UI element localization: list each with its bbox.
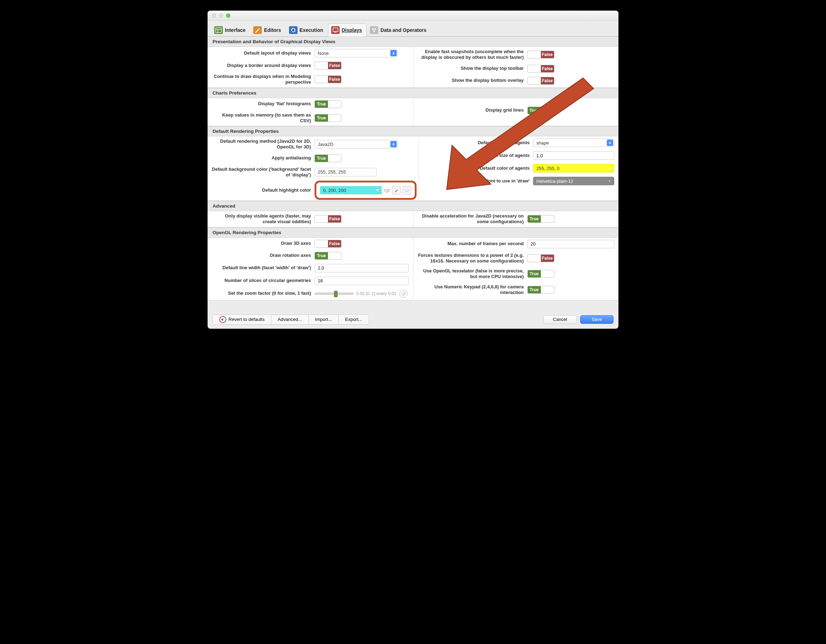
- chevron-down-icon: [607, 178, 612, 184]
- titlebar: [208, 11, 618, 20]
- label-numeric-keypad: Use Numeric Keypad (2,4,6,8) for camera …: [418, 284, 524, 296]
- toggle-continue-draw[interactable]: False: [315, 76, 342, 83]
- toggle-snapshots[interactable]: False: [528, 51, 554, 59]
- label-layout: Default layout of display views: [212, 50, 311, 56]
- label-agent-color: Default color of agents: [423, 165, 529, 171]
- chevron-updown-icon: [390, 141, 397, 147]
- chevron-down-icon: [376, 189, 379, 191]
- section-rendering: Default Rendering Properties: [208, 126, 618, 137]
- color-highlight[interactable]: 0, 200, 200: [320, 186, 382, 194]
- color-agent[interactable]: 255, 255, 0: [533, 164, 614, 172]
- zoom-value-text: 0.50 [0..1] every 0.01: [356, 291, 396, 296]
- section-presentation: Presentation and Behavior of Graphical D…: [208, 36, 618, 47]
- select-agent-shape[interactable]: shape: [533, 138, 614, 147]
- section-advanced: Advanced: [208, 201, 618, 211]
- svg-rect-3: [255, 32, 256, 33]
- revert-defaults-button[interactable]: Revert to defaults: [213, 315, 271, 324]
- svg-rect-6: [372, 28, 374, 30]
- toggle-bottom-overlay[interactable]: False: [528, 77, 554, 85]
- toggle-flat-histograms[interactable]: True: [315, 100, 342, 108]
- tab-bar: Interface Editors Execution Displays Dat…: [208, 20, 618, 36]
- toggle-numeric-keypad[interactable]: True: [528, 286, 554, 294]
- tab-data-operators[interactable]: Data and Operators: [366, 23, 431, 36]
- input-slices[interactable]: [315, 277, 409, 285]
- label-agent-shape: Default shape of agents: [423, 140, 529, 146]
- label-render-method: Default rendering method (Java2D for 2D,…: [212, 138, 311, 150]
- toggle-visible-agents[interactable]: False: [315, 215, 342, 223]
- label-draw-font: Default font to use in 'draw': [423, 178, 529, 184]
- revert-value-icon[interactable]: [399, 289, 408, 298]
- label-3d-axes: Draw 3D axes: [212, 241, 311, 246]
- footer: Revert to defaults Advanced... Import...…: [208, 300, 618, 329]
- chevron-updown-icon: [607, 140, 613, 146]
- content-area: Presentation and Behavior of Graphical D…: [208, 36, 618, 300]
- slider-thumb[interactable]: [334, 291, 338, 297]
- rgb-label: rgb: [384, 188, 390, 193]
- label-slices: Number of slices of circular geometries: [212, 278, 311, 283]
- input-max-fps[interactable]: [528, 240, 615, 248]
- select-draw-font[interactable]: Helvetica-plain-12: [533, 177, 614, 185]
- export-button[interactable]: Export...: [338, 315, 368, 324]
- label-snapshots: Enable fast snapshots (uncomplete when t…: [418, 49, 524, 61]
- svg-rect-8: [373, 31, 375, 32]
- label-agent-size: Default size of agents: [423, 153, 529, 158]
- section-opengl: OpenGL Rendering Properties: [208, 227, 618, 238]
- revert-value-icon[interactable]: [403, 186, 411, 194]
- label-disable-accel: Disable acceleration for Java2D (necessa…: [418, 213, 524, 225]
- select-render-method[interactable]: Java2D: [315, 140, 398, 148]
- section-charts: Charts Preferences: [208, 88, 618, 98]
- input-line-width[interactable]: [315, 264, 409, 272]
- tab-execution-label: Execution: [300, 27, 323, 33]
- svg-rect-7: [374, 28, 376, 30]
- tab-execution[interactable]: Execution: [286, 23, 328, 36]
- minimize-icon[interactable]: [219, 14, 223, 18]
- advanced-button[interactable]: Advanced...: [271, 315, 309, 324]
- tab-data-label: Data and Operators: [380, 27, 427, 33]
- slider-zoom[interactable]: [315, 293, 354, 295]
- toggle-tesselator[interactable]: True: [528, 270, 554, 278]
- label-flat-histograms: Display 'flat' histograms: [212, 101, 311, 107]
- import-button[interactable]: Import...: [309, 315, 339, 324]
- label-line-width: Default line width (facet 'width' of 'dr…: [212, 265, 311, 271]
- label-grid-lines: Display grid lines: [418, 107, 524, 113]
- label-tesselator: Use OpenGL tesselator (false is more pre…: [418, 268, 524, 280]
- label-bg-color: Default background color ('background' f…: [212, 166, 311, 178]
- label-highlight-color: Default highlight color: [212, 188, 311, 193]
- toggle-grid-lines[interactable]: True: [528, 107, 554, 115]
- label-continue-draw: Continue to draw displays when in Modeli…: [212, 74, 311, 85]
- toggle-disable-accel[interactable]: True: [528, 215, 554, 223]
- tab-editors-label: Editors: [264, 27, 281, 33]
- tab-interface-label: Interface: [225, 27, 245, 33]
- save-button[interactable]: Save: [580, 315, 613, 324]
- label-visible-agents: Only display visible agents (faster, may…: [212, 213, 311, 225]
- color-bg[interactable]: 255, 255, 255: [315, 168, 377, 176]
- close-icon[interactable]: [212, 14, 216, 18]
- svg-rect-4: [333, 28, 338, 31]
- tab-editors[interactable]: Editors: [250, 23, 286, 36]
- chevron-down-icon: [608, 167, 612, 169]
- toggle-border[interactable]: False: [315, 62, 342, 70]
- select-layout[interactable]: None: [315, 49, 398, 57]
- label-texture-pow2: Forces textures dimensions to a power of…: [418, 253, 524, 264]
- label-rotation-axes: Draw rotation axes: [212, 253, 311, 258]
- input-agent-size[interactable]: [533, 151, 614, 160]
- cancel-button[interactable]: Cancel: [543, 315, 577, 324]
- tab-displays-label: Displays: [342, 27, 362, 33]
- label-zoom-factor: Set the zoom factor (0 for slow, 1 fast): [212, 290, 311, 296]
- maximize-icon[interactable]: [226, 14, 230, 18]
- chevron-updown-icon: [390, 50, 397, 56]
- toggle-top-toolbar[interactable]: False: [528, 65, 554, 73]
- label-keep-csv: Keep values in memory (to save them as C…: [212, 112, 311, 124]
- toggle-keep-csv[interactable]: True: [315, 114, 342, 122]
- tab-interface[interactable]: Interface: [211, 23, 250, 36]
- label-antialiasing: Apply antialiasing: [212, 155, 311, 161]
- revert-icon: [219, 316, 226, 323]
- toggle-3d-axes[interactable]: False: [315, 240, 342, 248]
- label-bottom-overlay: Show the display bottom overlay: [418, 78, 524, 83]
- tab-displays[interactable]: Displays: [328, 23, 367, 36]
- highlight-callout: 0, 200, 200 rgb: [315, 181, 416, 200]
- toggle-texture-pow2[interactable]: False: [528, 254, 554, 262]
- toggle-rotation-axes[interactable]: True: [315, 252, 342, 260]
- edit-icon[interactable]: [392, 186, 401, 194]
- toggle-antialiasing[interactable]: True: [315, 154, 342, 162]
